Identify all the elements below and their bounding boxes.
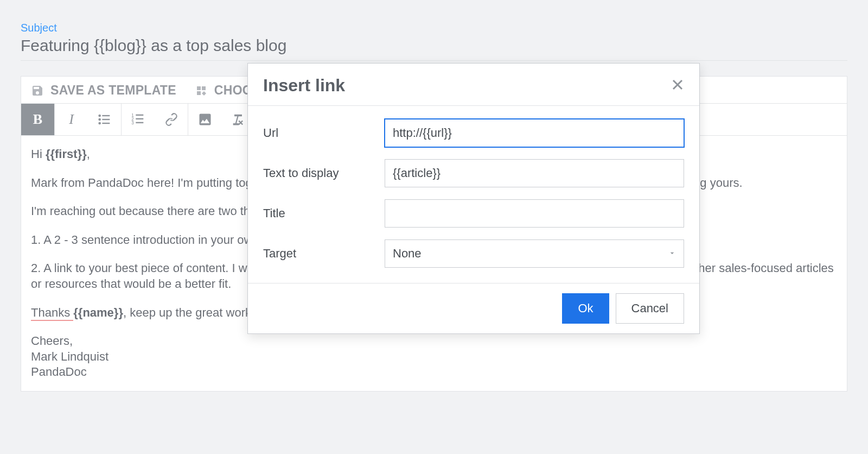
image-icon xyxy=(197,112,213,127)
svg-rect-7 xyxy=(136,115,143,116)
bold-button[interactable]: B xyxy=(21,104,55,135)
divider xyxy=(21,60,847,61)
greeting-pre: Hi xyxy=(31,147,46,161)
svg-rect-9 xyxy=(136,118,143,119)
url-input[interactable] xyxy=(385,119,684,147)
svg-rect-1 xyxy=(102,115,110,116)
signature-line-2: Mark Lindquist xyxy=(31,349,837,365)
text-to-display-label: Text to display xyxy=(263,166,385,180)
title-label: Title xyxy=(263,206,385,220)
numbered-list-icon: 123 xyxy=(131,112,146,127)
svg-point-4 xyxy=(98,122,101,125)
signature-line-1: Cheers, xyxy=(31,333,837,349)
text-to-display-input[interactable] xyxy=(385,159,684,187)
thanks-pre: Thanks xyxy=(31,306,73,321)
save-as-template-label: SAVE AS TEMPLATE xyxy=(50,83,176,98)
bullet-list-icon xyxy=(97,112,112,127)
italic-button[interactable]: I xyxy=(55,104,88,135)
svg-rect-3 xyxy=(102,119,110,120)
templates-icon xyxy=(195,84,208,97)
url-label: Url xyxy=(263,126,385,140)
greeting-post: , xyxy=(87,147,90,161)
bullet-list-button[interactable] xyxy=(88,104,122,135)
subject-input[interactable]: Featuring {{blog}} as a top sales blog xyxy=(21,36,847,60)
greeting-name-variable: {{first}} xyxy=(46,147,87,161)
close-icon xyxy=(671,78,684,91)
ok-button[interactable]: Ok xyxy=(562,293,609,324)
link-button[interactable] xyxy=(155,104,188,135)
svg-text:3: 3 xyxy=(131,121,134,125)
signature-line-3: PandaDoc xyxy=(31,364,837,380)
save-as-template-button[interactable]: SAVE AS TEMPLATE xyxy=(31,83,176,98)
svg-point-0 xyxy=(98,115,101,117)
thanks-name-variable: {{name}} xyxy=(73,306,123,319)
title-input[interactable] xyxy=(385,199,684,228)
image-button[interactable] xyxy=(188,104,222,135)
svg-point-2 xyxy=(98,118,101,121)
link-icon xyxy=(164,112,179,127)
save-icon xyxy=(31,84,44,97)
svg-rect-5 xyxy=(102,123,110,124)
target-select[interactable] xyxy=(385,239,684,268)
subject-label: Subject xyxy=(21,22,847,34)
numbered-list-button[interactable]: 123 xyxy=(122,104,155,135)
target-label: Target xyxy=(263,247,385,261)
cancel-button[interactable]: Cancel xyxy=(616,293,684,324)
clear-format-icon xyxy=(231,112,246,127)
svg-rect-11 xyxy=(136,122,143,123)
dialog-title: Insert link xyxy=(263,75,345,96)
insert-link-dialog: Insert link Url Text to display Title Ta… xyxy=(247,63,700,334)
close-button[interactable] xyxy=(671,78,684,93)
